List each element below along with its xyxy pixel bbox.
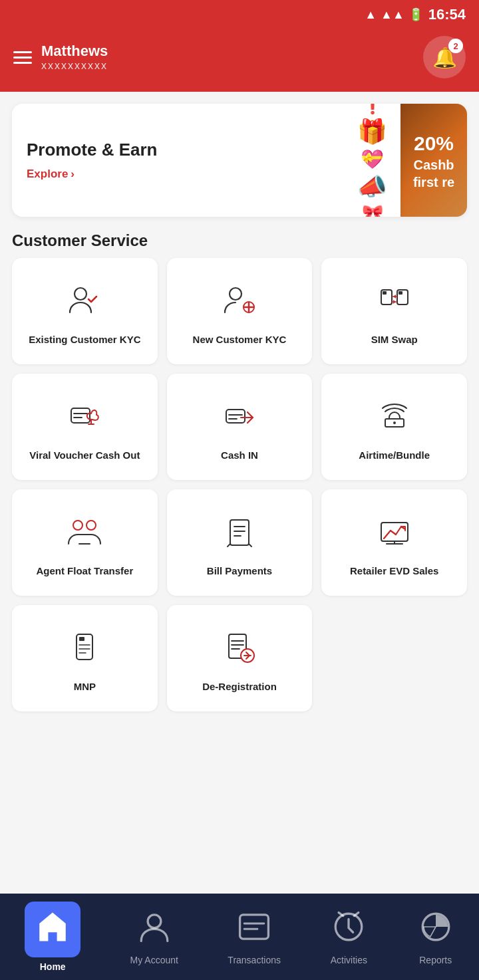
grid-item-mnp[interactable]: MNP xyxy=(12,605,158,711)
grid-item-cash-in[interactable]: Cash IN xyxy=(167,374,313,480)
nav-item-my-account[interactable]: My Account xyxy=(121,903,188,971)
status-time: 16:54 xyxy=(428,6,466,23)
bill-payments-icon xyxy=(221,510,258,556)
banner-section: Promote & Earn Explore › ❗ 🎁 💝 📣 🎀 20% C… xyxy=(0,92,479,217)
my-account-icon xyxy=(136,908,173,951)
cash-in-icon xyxy=(221,394,258,441)
signal-icon: ▲▲ xyxy=(381,8,404,22)
app-header: Matthews xxxxxxxxxx 🔔 2 xyxy=(0,29,479,92)
notification-badge: 2 xyxy=(448,39,463,53)
svg-rect-21 xyxy=(240,915,269,939)
offer-line1: Cashb xyxy=(413,156,454,174)
svg-point-20 xyxy=(148,915,161,928)
svg-rect-5 xyxy=(383,291,387,295)
svg-point-13 xyxy=(86,521,96,530)
grid-item-retailer-evd-sales[interactable]: Retailer EVD Sales xyxy=(321,489,467,596)
svg-point-0 xyxy=(75,288,86,300)
banner-text: Promote & Earn Explore › xyxy=(27,140,158,180)
hamburger-menu[interactable] xyxy=(13,51,32,64)
agent-float-icon xyxy=(66,510,103,556)
chevron-right-icon: › xyxy=(71,168,75,181)
svg-rect-14 xyxy=(230,520,249,545)
nav-item-activities[interactable]: Activities xyxy=(321,903,377,971)
offer-line2: first re xyxy=(413,174,454,191)
activities-icon xyxy=(330,908,367,951)
transactions-nav-label: Transactions xyxy=(228,955,281,965)
reports-nav-label: Reports xyxy=(419,955,452,965)
grid-item-de-registration[interactable]: De-Registration xyxy=(167,605,313,711)
bottom-navigation: Home My Account Transactions xyxy=(0,894,479,980)
header-user: Matthews xxxxxxxxxx xyxy=(41,43,108,72)
de-registration-label: De-Registration xyxy=(202,680,277,693)
cash-in-label: Cash IN xyxy=(221,449,258,462)
svg-rect-15 xyxy=(381,523,408,541)
section-title: Customer Service xyxy=(0,217,479,258)
status-icons: ▲ ▲▲ 🔋 xyxy=(365,7,422,22)
svg-rect-9 xyxy=(226,410,245,423)
existing-kyc-icon xyxy=(66,279,103,325)
offer-percent: 20% xyxy=(414,130,454,156)
my-account-nav-label: My Account xyxy=(130,955,178,965)
agent-float-label: Agent Float Transfer xyxy=(36,564,133,578)
banner-side-offer: 20% Cashb first re xyxy=(400,104,467,217)
new-kyc-label: New Customer KYC xyxy=(193,333,287,346)
service-grid: Existing Customer KYC New Customer KYC xyxy=(0,258,479,711)
nav-item-home[interactable]: Home xyxy=(15,896,90,977)
grid-item-existing-customer-kyc[interactable]: Existing Customer KYC xyxy=(12,258,158,364)
home-nav-label: Home xyxy=(40,961,66,972)
svg-point-11 xyxy=(393,422,396,424)
svg-rect-7 xyxy=(399,291,402,295)
retailer-evd-label: Retailer EVD Sales xyxy=(350,564,438,578)
status-bar: ▲ ▲▲ 🔋 16:54 xyxy=(0,0,479,29)
nav-item-transactions[interactable]: Transactions xyxy=(218,903,290,971)
user-name: Matthews xyxy=(41,43,108,60)
svg-point-12 xyxy=(73,521,82,530)
viral-voucher-icon xyxy=(66,394,103,441)
wifi-icon: ▲ xyxy=(365,8,377,22)
grid-item-airtime-bundle[interactable]: Airtime/Bundle xyxy=(321,374,467,480)
svg-rect-17 xyxy=(79,637,84,641)
grid-item-new-customer-kyc[interactable]: New Customer KYC xyxy=(167,258,313,364)
reports-icon xyxy=(417,908,454,951)
svg-point-1 xyxy=(230,288,241,300)
grid-item-sim-swap[interactable]: SIM Swap xyxy=(321,258,467,364)
nav-item-reports[interactable]: Reports xyxy=(408,903,464,971)
notification-button[interactable]: 🔔 2 xyxy=(423,36,466,78)
bill-payments-label: Bill Payments xyxy=(207,564,272,578)
grid-item-viral-voucher-cash-out[interactable]: Viral Voucher Cash Out xyxy=(12,374,158,480)
grid-item-agent-float-transfer[interactable]: Agent Float Transfer xyxy=(12,489,158,596)
viral-voucher-label: Viral Voucher Cash Out xyxy=(29,449,140,462)
banner-illustration: ❗ 🎁 💝 📣 🎀 xyxy=(357,104,387,217)
home-icon xyxy=(34,908,71,951)
mnp-icon xyxy=(66,626,103,672)
sim-swap-icon xyxy=(376,279,413,325)
explore-link[interactable]: Explore › xyxy=(27,168,158,181)
grid-item-bill-payments[interactable]: Bill Payments xyxy=(167,489,313,596)
airtime-bundle-icon xyxy=(376,394,413,441)
banner-title: Promote & Earn xyxy=(27,140,158,160)
banner-main: Promote & Earn Explore › ❗ 🎁 💝 📣 🎀 xyxy=(12,104,400,217)
airtime-bundle-label: Airtime/Bundle xyxy=(359,449,430,462)
sim-swap-label: SIM Swap xyxy=(371,333,418,346)
header-left: Matthews xxxxxxxxxx xyxy=(13,43,108,72)
retailer-evd-icon xyxy=(376,510,413,556)
new-kyc-icon xyxy=(221,279,258,325)
account-mask: xxxxxxxxxx xyxy=(41,60,108,72)
mnp-label: MNP xyxy=(74,680,96,693)
de-registration-icon xyxy=(221,626,258,672)
activities-nav-label: Activities xyxy=(331,955,367,965)
battery-icon: 🔋 xyxy=(408,7,423,22)
transactions-icon xyxy=(236,908,273,951)
existing-kyc-label: Existing Customer KYC xyxy=(29,333,140,346)
